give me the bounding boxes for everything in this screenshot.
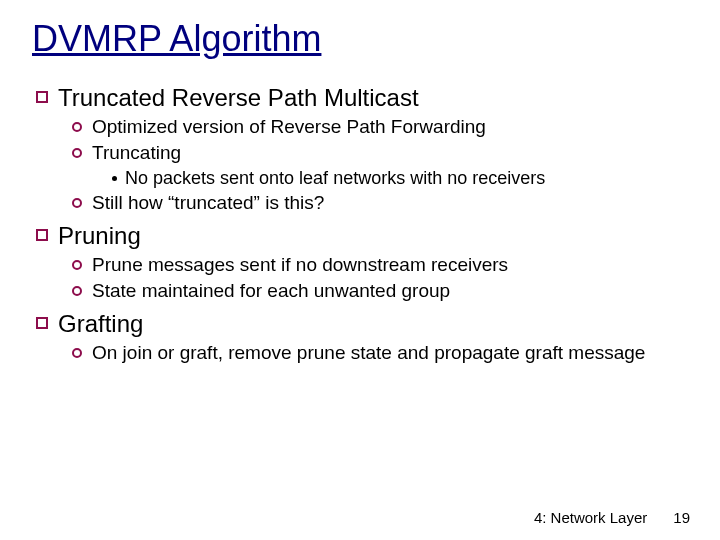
slide: DVMRP Algorithm Truncated Reverse Path M…: [0, 0, 720, 540]
circle-bullet-icon: [72, 148, 82, 158]
square-bullet-icon: [36, 229, 48, 241]
circle-bullet-icon: [72, 198, 82, 208]
bullet-level2: Truncating: [72, 141, 688, 165]
bullet-text: Optimized version of Reverse Path Forwar…: [92, 115, 486, 139]
bullet-level2: Still how “truncated” is this?: [72, 191, 688, 215]
bullet-level2: On join or graft, remove prune state and…: [72, 341, 688, 365]
circle-bullet-icon: [72, 348, 82, 358]
bullet-level1: Pruning: [36, 221, 688, 251]
circle-bullet-icon: [72, 122, 82, 132]
square-bullet-icon: [36, 317, 48, 329]
bullet-level2: Prune messages sent if no downstream rec…: [72, 253, 688, 277]
bullet-text: Pruning: [58, 221, 141, 251]
circle-bullet-icon: [72, 260, 82, 270]
square-bullet-icon: [36, 91, 48, 103]
slide-footer: 4: Network Layer 19: [534, 509, 690, 526]
bullet-level1: Grafting: [36, 309, 688, 339]
bullet-text: No packets sent onto leaf networks with …: [125, 167, 545, 190]
bullet-level2: State maintained for each unwanted group: [72, 279, 688, 303]
bullet-text: Truncating: [92, 141, 181, 165]
bullet-level3: No packets sent onto leaf networks with …: [112, 167, 688, 190]
bullet-level2: Optimized version of Reverse Path Forwar…: [72, 115, 688, 139]
footer-page-number: 19: [673, 509, 690, 526]
footer-chapter: 4: Network Layer: [534, 509, 647, 526]
bullet-text: Prune messages sent if no downstream rec…: [92, 253, 508, 277]
bullet-text: Still how “truncated” is this?: [92, 191, 324, 215]
circle-bullet-icon: [72, 286, 82, 296]
bullet-text: State maintained for each unwanted group: [92, 279, 450, 303]
bullet-text: On join or graft, remove prune state and…: [92, 341, 645, 365]
bullet-level1: Truncated Reverse Path Multicast: [36, 83, 688, 113]
bullet-text: Truncated Reverse Path Multicast: [58, 83, 419, 113]
dot-bullet-icon: [112, 176, 117, 181]
bullet-text: Grafting: [58, 309, 143, 339]
slide-title: DVMRP Algorithm: [32, 18, 688, 59]
